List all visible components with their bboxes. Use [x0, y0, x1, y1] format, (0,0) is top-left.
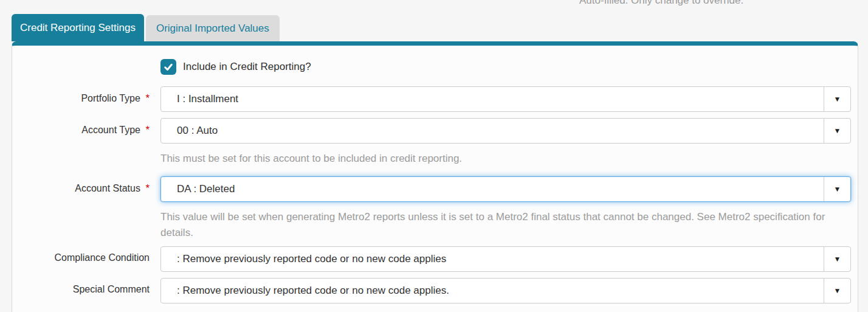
field-column: 00 : Auto ▼ This must be set for this ac…: [160, 118, 851, 167]
tab-bar: Credit Reporting Settings Original Impor…: [12, 14, 280, 41]
field-label-column: Account Type *: [12, 118, 160, 136]
field-label: Account Status: [75, 183, 140, 193]
chevron-down-icon: ▼: [834, 95, 841, 103]
required-asterisk: *: [145, 182, 150, 194]
form-row-account-status: Account Status * DA : Deleted ▼ This val…: [12, 176, 858, 241]
include-in-credit-reporting-checkbox[interactable]: [160, 59, 176, 75]
portfolio-type-select[interactable]: I : Installment ▼: [160, 86, 851, 112]
field-column: : Remove previously reported code or no …: [160, 246, 851, 272]
special-comment-select[interactable]: : Remove previously reported code or no …: [160, 278, 851, 303]
chevron-down-icon: ▼: [834, 255, 841, 263]
chevron-down-icon: ▼: [834, 185, 841, 193]
select-arrow-button[interactable]: ▼: [824, 119, 850, 143]
select-value: I : Installment: [161, 87, 824, 111]
account-type-select[interactable]: 00 : Auto ▼: [160, 118, 851, 144]
include-in-credit-reporting-label: Include in Credit Reporting?: [183, 61, 311, 73]
tab-credit-reporting-settings[interactable]: Credit Reporting Settings: [12, 14, 144, 41]
chevron-down-icon: ▼: [834, 287, 841, 294]
select-arrow-button[interactable]: ▼: [824, 177, 850, 201]
select-value: DA : Deleted: [161, 177, 824, 201]
chevron-down-icon: ▼: [834, 127, 841, 134]
form-row-account-type: Account Type * 00 : Auto ▼ This must be …: [12, 118, 858, 167]
select-value: : Remove previously reported code or no …: [161, 247, 824, 271]
account-status-select[interactable]: DA : Deleted ▼: [160, 176, 851, 202]
form-row-compliance-condition: Compliance Condition : Remove previously…: [12, 246, 858, 272]
select-arrow-button[interactable]: ▼: [824, 279, 850, 303]
include-in-credit-reporting-row: Include in Credit Reporting?: [160, 59, 858, 75]
field-label-column: Account Status *: [12, 176, 160, 195]
field-label-column: Compliance Condition: [12, 246, 160, 263]
field-label: Portfolio Type: [81, 93, 140, 103]
select-value: : Remove previously reported code or no …: [161, 279, 824, 303]
help-text: This must be set for this account to be …: [160, 151, 851, 167]
compliance-condition-select[interactable]: : Remove previously reported code or no …: [160, 246, 851, 272]
field-label: Special Comment: [73, 284, 150, 294]
help-text: This value will be set when generating M…: [160, 209, 851, 241]
checkmark-icon: [163, 61, 174, 72]
field-label: Compliance Condition: [54, 252, 150, 263]
field-label-column: Portfolio Type *: [12, 86, 160, 105]
credit-reporting-settings-panel: Include in Credit Reporting? Portfolio T…: [12, 41, 858, 312]
select-arrow-button[interactable]: ▼: [824, 87, 850, 111]
field-column: DA : Deleted ▼ This value will be set wh…: [160, 176, 851, 241]
field-label: Account Type: [81, 125, 140, 135]
required-asterisk: *: [145, 92, 150, 104]
form-row-special-comment: Special Comment : Remove previously repo…: [12, 278, 858, 303]
form-fields: Portfolio Type * I : Installment ▼ Accou…: [12, 86, 858, 303]
required-asterisk: *: [145, 124, 150, 136]
select-value: 00 : Auto: [161, 119, 824, 143]
tab-original-imported-values[interactable]: Original Imported Values: [146, 15, 280, 41]
auto-filled-note: Auto-filled. Only change to override.: [579, 0, 743, 7]
select-arrow-button[interactable]: ▼: [824, 247, 850, 271]
field-column: I : Installment ▼: [160, 86, 851, 112]
field-label-column: Special Comment: [12, 278, 160, 295]
form-row-portfolio-type: Portfolio Type * I : Installment ▼: [12, 86, 858, 112]
field-column: : Remove previously reported code or no …: [160, 278, 851, 303]
